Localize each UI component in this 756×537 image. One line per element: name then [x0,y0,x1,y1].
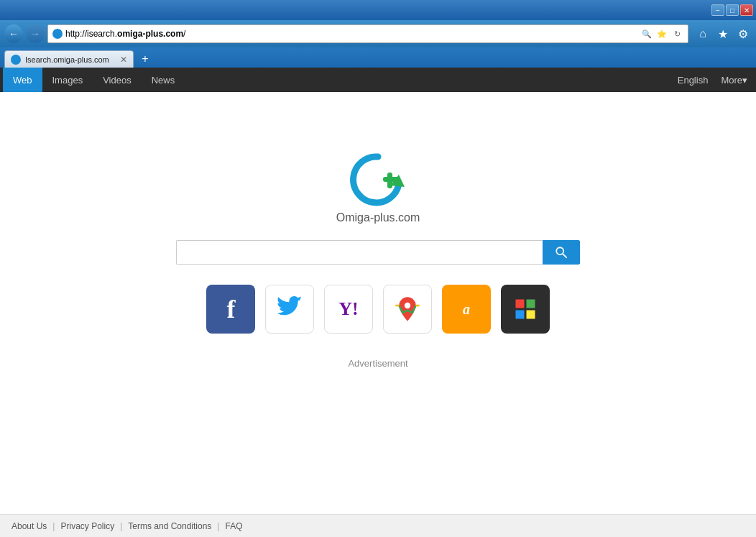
new-tab-button[interactable]: + [137,50,154,68]
title-bar: − □ ✕ [0,0,756,20]
svg-rect-9 [527,311,535,319]
svg-point-5 [405,303,410,308]
svg-rect-7 [527,300,535,308]
footer: About Us | Privacy Policy | Terms and Co… [0,514,756,537]
search-addr-icon[interactable]: 🔍 [640,27,653,41]
restore-button[interactable]: □ [726,4,739,16]
maps-icon [393,295,422,323]
search-input[interactable] [176,240,543,265]
search-icon [555,246,568,259]
footer-sep-3: | [217,521,219,531]
quicklink-maps[interactable] [383,285,432,334]
nav-language: English [670,75,716,86]
back-button[interactable]: ← [4,24,23,43]
logo-icon [346,150,410,207]
search-button[interactable] [543,240,580,265]
address-text: http://isearch.omiga-plus.com/ [65,29,637,39]
logo-name: Omiga-plus.com [336,211,420,224]
forward-button[interactable]: → [26,24,45,43]
window-chrome: − □ ✕ ← → http://isearch.omiga-plus.com/… [0,0,756,92]
address-box[interactable]: http://isearch.omiga-plus.com/ 🔍 ⭐ ↻ [47,24,688,43]
quicklink-amazon[interactable]: a [442,285,491,334]
footer-sep-2: | [120,521,122,531]
tab-close-button[interactable]: ✕ [120,55,127,65]
window-controls: − □ ✕ [711,4,753,16]
quicklink-store[interactable] [501,285,550,334]
footer-about[interactable]: About Us [11,521,47,531]
svg-rect-8 [516,311,525,319]
refresh-addr-icon[interactable]: ↻ [670,27,683,41]
svg-rect-6 [516,300,525,308]
toolbar-icons: ⌂ ★ ⚙ [694,25,752,42]
logo-area: Omiga-plus.com [336,150,420,224]
twitter-bird-icon [277,296,303,322]
footer-privacy[interactable]: Privacy Policy [60,521,114,531]
nav-news[interactable]: News [142,68,185,92]
search-container [176,240,580,265]
svg-rect-2 [387,173,392,188]
nav-bar: Web Images Videos News English More▾ [0,68,756,92]
close-button[interactable]: ✕ [740,4,753,16]
tab-label: Isearch.omiga-plus.com [25,55,109,64]
quicklink-twitter[interactable] [265,285,314,334]
quicklink-facebook[interactable]: f [206,285,255,334]
home-button[interactable]: ⌂ [694,25,711,42]
bookmark-addr-icon[interactable]: ⭐ [655,27,668,41]
main-content: Omiga-plus.com f Y! [0,92,756,514]
quick-links: f Y! a [206,285,550,334]
svg-line-4 [563,254,566,257]
tab-bar: Isearch.omiga-plus.com ✕ + [0,47,756,68]
advertisement-label: Advertisement [348,358,407,369]
settings-button[interactable]: ⚙ [734,25,752,42]
nav-images[interactable]: Images [42,68,93,92]
address-bar-row: ← → http://isearch.omiga-plus.com/ 🔍 ⭐ ↻… [0,20,756,47]
footer-terms[interactable]: Terms and Conditions [128,521,211,531]
address-favicon [52,29,63,39]
nav-videos[interactable]: Videos [93,68,142,92]
tab-favicon [11,55,21,65]
minimize-button[interactable]: − [711,4,724,16]
nav-right: English More▾ [670,75,753,86]
active-tab[interactable]: Isearch.omiga-plus.com ✕ [4,50,134,68]
footer-faq[interactable]: FAQ [225,521,242,531]
store-icon [512,296,538,322]
address-icons: 🔍 ⭐ ↻ [640,27,683,41]
nav-web[interactable]: Web [3,68,42,92]
footer-sep-1: | [52,521,55,531]
quicklink-yahoo[interactable]: Y! [324,285,373,334]
nav-more-button[interactable]: More▾ [715,75,753,86]
favorites-button[interactable]: ★ [714,25,732,42]
